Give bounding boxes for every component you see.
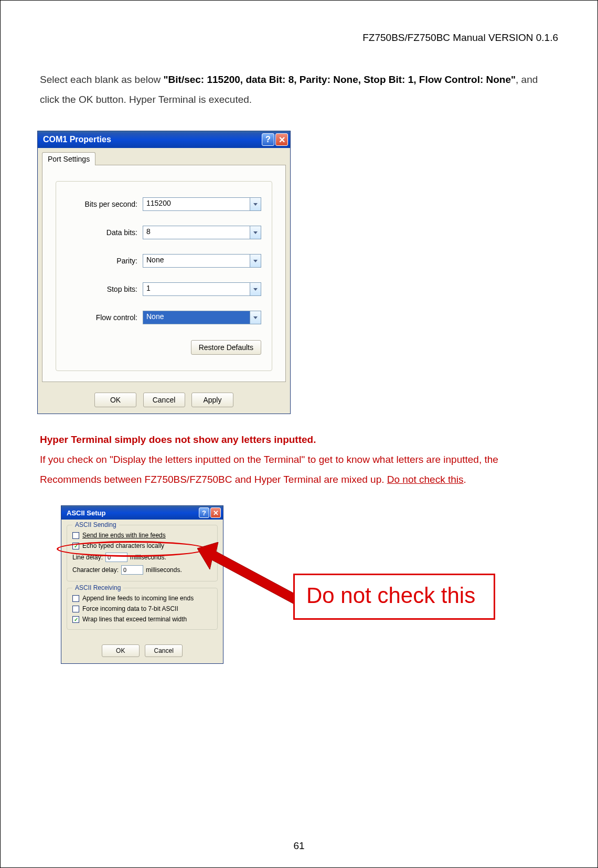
- force-7bit-label: Force incoming data to 7-bit ASCII: [82, 605, 178, 612]
- bits-per-second-label: Bits per second:: [67, 200, 143, 208]
- ascii-cancel-button[interactable]: Cancel: [145, 644, 183, 657]
- bits-per-second-combo[interactable]: 115200: [143, 197, 261, 211]
- parity-combo[interactable]: None: [143, 254, 261, 268]
- ascii-ok-button[interactable]: OK: [102, 644, 140, 657]
- char-delay-label: Character delay:: [72, 566, 119, 574]
- ascii-receiving-title: ASCII Receiving: [72, 584, 123, 591]
- data-bits-combo[interactable]: 8: [143, 226, 261, 239]
- char-delay-unit: milliseconds.: [146, 566, 182, 574]
- ascii-receiving-group: ASCII Receiving Append line feeds to inc…: [67, 588, 218, 630]
- warning-paragraph: Hyper Terminal simply does not show any …: [40, 430, 558, 490]
- flow-control-combo[interactable]: None: [143, 311, 261, 324]
- help-button[interactable]: ?: [199, 507, 209, 518]
- send-line-ends-label: Send line ends with line feeds: [82, 532, 166, 539]
- intro-text-1: Select each blank as below: [40, 74, 164, 85]
- chevron-down-icon[interactable]: [250, 197, 261, 211]
- stop-bits-value: 1: [143, 282, 250, 296]
- warning-bold-line: Hyper Terminal simply does not show any …: [40, 434, 316, 445]
- ascii-sending-group: ASCII Sending Send line ends with line f…: [67, 525, 218, 581]
- tab-port-settings[interactable]: Port Settings: [42, 152, 95, 165]
- parity-label: Parity:: [67, 257, 143, 265]
- document-header: FZ750BS/FZ750BC Manual VERSION 0.1.6: [40, 32, 558, 44]
- echo-label: Echo typed characters locally: [82, 542, 164, 549]
- intro-paragraph: Select each blank as below "Bit/sec: 115…: [40, 70, 558, 110]
- chevron-down-icon[interactable]: [250, 311, 261, 324]
- com1-properties-dialog: COM1 Properties ? ✕ Port Settings Bits p…: [37, 131, 291, 414]
- data-bits-value: 8: [143, 226, 250, 239]
- warning-period: .: [464, 474, 466, 485]
- force-7bit-checkbox[interactable]: [72, 606, 79, 612]
- ascii-sending-title: ASCII Sending: [72, 521, 119, 528]
- cancel-button[interactable]: Cancel: [143, 393, 185, 407]
- wrap-lines-checkbox[interactable]: [72, 616, 79, 623]
- bits-per-second-value: 115200: [143, 197, 250, 211]
- warning-underline: Do not check this: [387, 474, 464, 485]
- flow-control-value: None: [143, 311, 250, 324]
- callout-box: Do not check this: [293, 574, 495, 620]
- intro-bold: "Bit/sec: 115200, data Bit: 8, Parity: N…: [164, 74, 516, 85]
- append-line-feeds-checkbox[interactable]: [72, 595, 79, 602]
- send-line-ends-checkbox[interactable]: [72, 532, 79, 539]
- restore-defaults-button[interactable]: Restore Defaults: [191, 340, 261, 355]
- stop-bits-combo[interactable]: 1: [143, 282, 261, 296]
- apply-button[interactable]: Apply: [191, 393, 233, 407]
- close-button[interactable]: ✕: [210, 507, 221, 518]
- chevron-down-icon[interactable]: [250, 226, 261, 239]
- flow-control-label: Flow control:: [67, 313, 143, 322]
- chevron-down-icon[interactable]: [250, 282, 261, 296]
- chevron-down-icon[interactable]: [250, 254, 261, 268]
- line-delay-label: Line delay:: [72, 554, 103, 561]
- dialog-title: COM1 Properties: [43, 135, 262, 144]
- line-delay-input[interactable]: [105, 553, 127, 562]
- dialog2-titlebar[interactable]: ASCII Setup ? ✕: [61, 506, 223, 520]
- ok-button[interactable]: OK: [94, 393, 136, 407]
- char-delay-input[interactable]: [121, 565, 143, 575]
- dialog2-title: ASCII Setup: [67, 509, 199, 517]
- page-number: 61: [293, 840, 304, 852]
- stop-bits-label: Stop bits:: [67, 285, 143, 293]
- wrap-lines-label: Wrap lines that exceed terminal width: [82, 616, 187, 623]
- close-button[interactable]: ✕: [275, 133, 288, 146]
- echo-checkbox[interactable]: [72, 543, 79, 549]
- dialog-titlebar[interactable]: COM1 Properties ? ✕: [38, 131, 290, 148]
- line-delay-unit: milliseconds.: [130, 554, 166, 561]
- help-button[interactable]: ?: [262, 133, 274, 146]
- callout-text: Do not check this: [306, 583, 475, 608]
- data-bits-label: Data bits:: [67, 228, 143, 237]
- port-settings-fieldset: Bits per second: 115200 Data bits: 8 Par…: [56, 181, 272, 371]
- append-line-feeds-label: Append line feeds to incoming line ends: [82, 595, 194, 602]
- ascii-setup-dialog: ASCII Setup ? ✕ ASCII Sending Send line …: [61, 505, 223, 664]
- parity-value: None: [143, 254, 250, 268]
